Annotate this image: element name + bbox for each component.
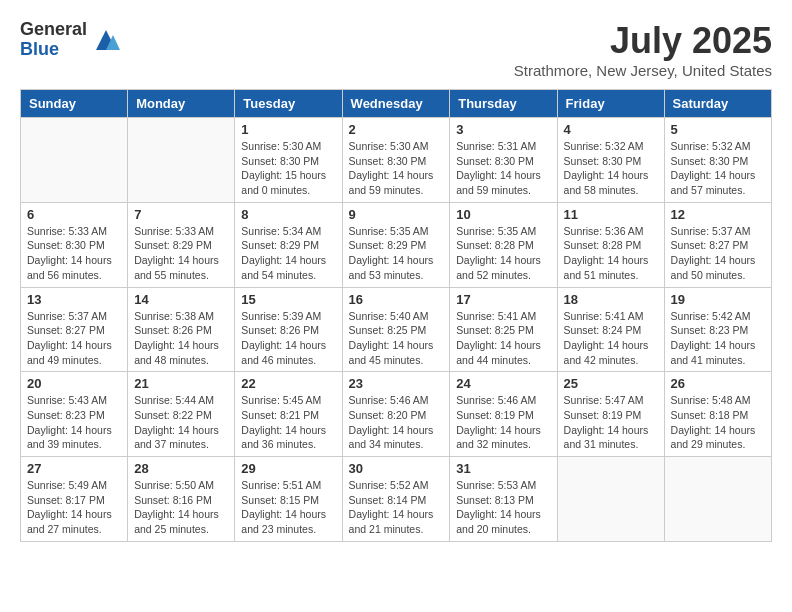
day-info: Sunrise: 5:33 AM Sunset: 8:30 PM Dayligh…	[27, 224, 121, 283]
month-title: July 2025	[514, 20, 772, 62]
day-info: Sunrise: 5:34 AM Sunset: 8:29 PM Dayligh…	[241, 224, 335, 283]
table-row	[664, 457, 771, 542]
table-row: 14Sunrise: 5:38 AM Sunset: 8:26 PM Dayli…	[128, 287, 235, 372]
day-info: Sunrise: 5:33 AM Sunset: 8:29 PM Dayligh…	[134, 224, 228, 283]
table-row: 8Sunrise: 5:34 AM Sunset: 8:29 PM Daylig…	[235, 202, 342, 287]
day-info: Sunrise: 5:51 AM Sunset: 8:15 PM Dayligh…	[241, 478, 335, 537]
day-number: 22	[241, 376, 335, 391]
day-info: Sunrise: 5:42 AM Sunset: 8:23 PM Dayligh…	[671, 309, 765, 368]
calendar-week-row: 27Sunrise: 5:49 AM Sunset: 8:17 PM Dayli…	[21, 457, 772, 542]
table-row: 15Sunrise: 5:39 AM Sunset: 8:26 PM Dayli…	[235, 287, 342, 372]
day-number: 7	[134, 207, 228, 222]
logo: General Blue	[20, 20, 121, 60]
header-saturday: Saturday	[664, 90, 771, 118]
table-row: 21Sunrise: 5:44 AM Sunset: 8:22 PM Dayli…	[128, 372, 235, 457]
table-row	[128, 118, 235, 203]
table-row: 9Sunrise: 5:35 AM Sunset: 8:29 PM Daylig…	[342, 202, 450, 287]
day-number: 27	[27, 461, 121, 476]
day-number: 3	[456, 122, 550, 137]
header-tuesday: Tuesday	[235, 90, 342, 118]
table-row: 28Sunrise: 5:50 AM Sunset: 8:16 PM Dayli…	[128, 457, 235, 542]
table-row: 26Sunrise: 5:48 AM Sunset: 8:18 PM Dayli…	[664, 372, 771, 457]
calendar-header-row: Sunday Monday Tuesday Wednesday Thursday…	[21, 90, 772, 118]
day-number: 9	[349, 207, 444, 222]
table-row	[557, 457, 664, 542]
page-header: General Blue July 2025 Strathmore, New J…	[20, 20, 772, 79]
day-info: Sunrise: 5:41 AM Sunset: 8:24 PM Dayligh…	[564, 309, 658, 368]
day-info: Sunrise: 5:50 AM Sunset: 8:16 PM Dayligh…	[134, 478, 228, 537]
day-info: Sunrise: 5:52 AM Sunset: 8:14 PM Dayligh…	[349, 478, 444, 537]
table-row: 4Sunrise: 5:32 AM Sunset: 8:30 PM Daylig…	[557, 118, 664, 203]
table-row: 22Sunrise: 5:45 AM Sunset: 8:21 PM Dayli…	[235, 372, 342, 457]
day-info: Sunrise: 5:30 AM Sunset: 8:30 PM Dayligh…	[241, 139, 335, 198]
day-info: Sunrise: 5:36 AM Sunset: 8:28 PM Dayligh…	[564, 224, 658, 283]
day-number: 2	[349, 122, 444, 137]
day-number: 14	[134, 292, 228, 307]
day-number: 21	[134, 376, 228, 391]
calendar-week-row: 1Sunrise: 5:30 AM Sunset: 8:30 PM Daylig…	[21, 118, 772, 203]
logo-general-text: General	[20, 20, 87, 40]
day-number: 23	[349, 376, 444, 391]
day-info: Sunrise: 5:32 AM Sunset: 8:30 PM Dayligh…	[671, 139, 765, 198]
day-info: Sunrise: 5:46 AM Sunset: 8:20 PM Dayligh…	[349, 393, 444, 452]
header-wednesday: Wednesday	[342, 90, 450, 118]
table-row: 24Sunrise: 5:46 AM Sunset: 8:19 PM Dayli…	[450, 372, 557, 457]
day-info: Sunrise: 5:53 AM Sunset: 8:13 PM Dayligh…	[456, 478, 550, 537]
day-number: 24	[456, 376, 550, 391]
day-info: Sunrise: 5:39 AM Sunset: 8:26 PM Dayligh…	[241, 309, 335, 368]
table-row: 17Sunrise: 5:41 AM Sunset: 8:25 PM Dayli…	[450, 287, 557, 372]
day-number: 15	[241, 292, 335, 307]
location: Strathmore, New Jersey, United States	[514, 62, 772, 79]
day-info: Sunrise: 5:35 AM Sunset: 8:28 PM Dayligh…	[456, 224, 550, 283]
day-number: 10	[456, 207, 550, 222]
calendar-week-row: 13Sunrise: 5:37 AM Sunset: 8:27 PM Dayli…	[21, 287, 772, 372]
day-info: Sunrise: 5:35 AM Sunset: 8:29 PM Dayligh…	[349, 224, 444, 283]
day-info: Sunrise: 5:30 AM Sunset: 8:30 PM Dayligh…	[349, 139, 444, 198]
day-number: 17	[456, 292, 550, 307]
table-row: 10Sunrise: 5:35 AM Sunset: 8:28 PM Dayli…	[450, 202, 557, 287]
day-number: 25	[564, 376, 658, 391]
day-number: 11	[564, 207, 658, 222]
table-row: 5Sunrise: 5:32 AM Sunset: 8:30 PM Daylig…	[664, 118, 771, 203]
day-info: Sunrise: 5:38 AM Sunset: 8:26 PM Dayligh…	[134, 309, 228, 368]
day-number: 31	[456, 461, 550, 476]
table-row: 23Sunrise: 5:46 AM Sunset: 8:20 PM Dayli…	[342, 372, 450, 457]
day-info: Sunrise: 5:43 AM Sunset: 8:23 PM Dayligh…	[27, 393, 121, 452]
day-info: Sunrise: 5:49 AM Sunset: 8:17 PM Dayligh…	[27, 478, 121, 537]
day-number: 8	[241, 207, 335, 222]
table-row: 13Sunrise: 5:37 AM Sunset: 8:27 PM Dayli…	[21, 287, 128, 372]
table-row: 2Sunrise: 5:30 AM Sunset: 8:30 PM Daylig…	[342, 118, 450, 203]
day-info: Sunrise: 5:31 AM Sunset: 8:30 PM Dayligh…	[456, 139, 550, 198]
day-info: Sunrise: 5:37 AM Sunset: 8:27 PM Dayligh…	[27, 309, 121, 368]
table-row	[21, 118, 128, 203]
logo-blue-text: Blue	[20, 40, 87, 60]
day-info: Sunrise: 5:44 AM Sunset: 8:22 PM Dayligh…	[134, 393, 228, 452]
day-number: 26	[671, 376, 765, 391]
day-info: Sunrise: 5:47 AM Sunset: 8:19 PM Dayligh…	[564, 393, 658, 452]
day-info: Sunrise: 5:46 AM Sunset: 8:19 PM Dayligh…	[456, 393, 550, 452]
day-number: 18	[564, 292, 658, 307]
table-row: 6Sunrise: 5:33 AM Sunset: 8:30 PM Daylig…	[21, 202, 128, 287]
table-row: 18Sunrise: 5:41 AM Sunset: 8:24 PM Dayli…	[557, 287, 664, 372]
day-number: 19	[671, 292, 765, 307]
day-info: Sunrise: 5:32 AM Sunset: 8:30 PM Dayligh…	[564, 139, 658, 198]
table-row: 3Sunrise: 5:31 AM Sunset: 8:30 PM Daylig…	[450, 118, 557, 203]
table-row: 20Sunrise: 5:43 AM Sunset: 8:23 PM Dayli…	[21, 372, 128, 457]
day-info: Sunrise: 5:48 AM Sunset: 8:18 PM Dayligh…	[671, 393, 765, 452]
header-monday: Monday	[128, 90, 235, 118]
day-number: 30	[349, 461, 444, 476]
day-number: 12	[671, 207, 765, 222]
header-thursday: Thursday	[450, 90, 557, 118]
calendar-table: Sunday Monday Tuesday Wednesday Thursday…	[20, 89, 772, 542]
day-number: 16	[349, 292, 444, 307]
table-row: 29Sunrise: 5:51 AM Sunset: 8:15 PM Dayli…	[235, 457, 342, 542]
title-section: July 2025 Strathmore, New Jersey, United…	[514, 20, 772, 79]
calendar-week-row: 20Sunrise: 5:43 AM Sunset: 8:23 PM Dayli…	[21, 372, 772, 457]
header-sunday: Sunday	[21, 90, 128, 118]
table-row: 25Sunrise: 5:47 AM Sunset: 8:19 PM Dayli…	[557, 372, 664, 457]
day-number: 1	[241, 122, 335, 137]
day-info: Sunrise: 5:37 AM Sunset: 8:27 PM Dayligh…	[671, 224, 765, 283]
day-info: Sunrise: 5:41 AM Sunset: 8:25 PM Dayligh…	[456, 309, 550, 368]
table-row: 1Sunrise: 5:30 AM Sunset: 8:30 PM Daylig…	[235, 118, 342, 203]
table-row: 30Sunrise: 5:52 AM Sunset: 8:14 PM Dayli…	[342, 457, 450, 542]
